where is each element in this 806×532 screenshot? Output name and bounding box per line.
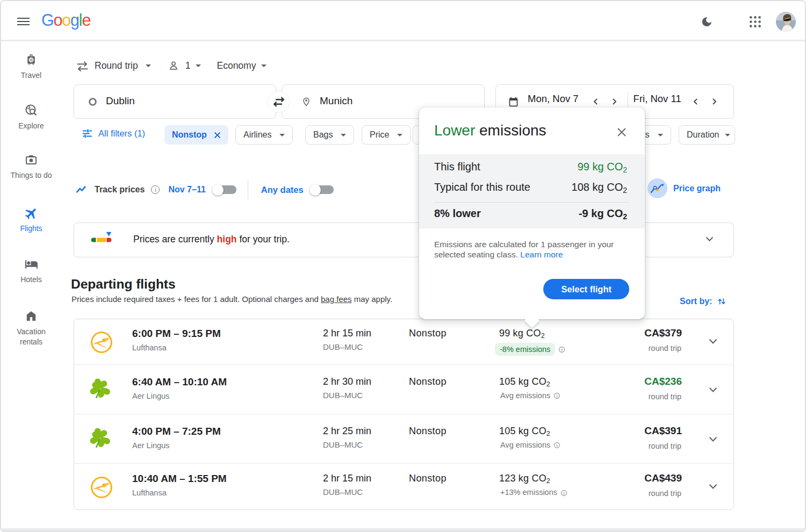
svg-text:G: G — [30, 58, 33, 62]
